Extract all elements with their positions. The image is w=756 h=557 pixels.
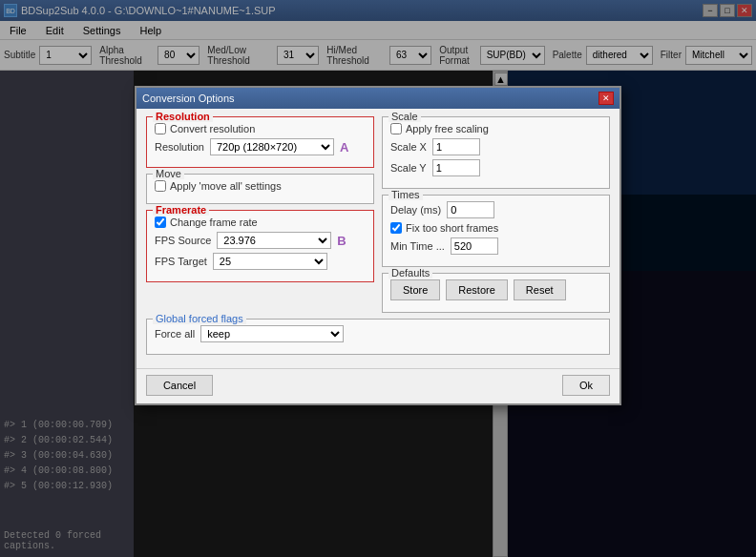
fix-frames-label: Fix too short frames — [406, 222, 498, 234]
scale-y-input[interactable] — [432, 159, 480, 176]
dialog-body: Resolution Convert resolution Resolution… — [136, 109, 620, 368]
resolution-section: Resolution Convert resolution Resolution… — [146, 116, 374, 168]
dialog-close-button[interactable]: ✕ — [598, 92, 614, 105]
dialog-title: Conversion Options — [142, 93, 235, 104]
free-scale-checkbox[interactable] — [390, 123, 402, 134]
move-section: Move Apply 'move all' settings — [146, 174, 374, 204]
fps-source-row: FPS Source 23.976 B — [155, 232, 366, 249]
global-forced-title: Global forced flags — [153, 313, 246, 324]
change-fps-checkbox[interactable] — [155, 217, 166, 228]
cancel-button[interactable]: Cancel — [146, 375, 213, 396]
ok-button[interactable]: Ok — [562, 375, 610, 396]
dialog-grid: Resolution Convert resolution Resolution… — [146, 116, 610, 319]
conversion-options-dialog: Conversion Options ✕ Resolution Convert … — [135, 86, 621, 405]
fps-source-select[interactable]: 23.976 — [217, 232, 331, 249]
dialog-left-col: Resolution Convert resolution Resolution… — [146, 116, 374, 319]
resolution-row: Resolution 720p (1280×720) A — [155, 138, 366, 155]
scale-x-row: Scale X — [390, 138, 601, 155]
dialog-title-bar: Conversion Options ✕ — [136, 88, 620, 109]
convert-resolution-label: Convert resolution — [170, 123, 255, 134]
dialog-footer: Cancel Ok — [136, 368, 620, 403]
annotation-a: A — [340, 140, 348, 155]
framerate-section-title: Framerate — [153, 204, 209, 216]
fps-target-row: FPS Target 25 — [155, 253, 366, 270]
delay-input[interactable] — [447, 201, 494, 218]
framerate-section: Framerate Change frame rate FPS Source 2… — [146, 210, 374, 282]
apply-move-checkbox[interactable] — [155, 180, 166, 192]
fix-frames-checkbox[interactable] — [390, 222, 402, 234]
min-time-input[interactable] — [451, 237, 498, 255]
convert-resolution-checkbox[interactable] — [155, 123, 166, 134]
scale-y-row: Scale Y — [390, 159, 601, 176]
resolution-section-title: Resolution — [153, 111, 213, 122]
resolution-label: Resolution — [155, 141, 204, 153]
change-fps-label: Change frame rate — [170, 217, 258, 228]
fps-target-label: FPS Target — [155, 256, 207, 267]
fps-source-label: FPS Source — [155, 235, 211, 246]
delay-label: Delay (ms) — [390, 204, 441, 216]
defaults-section-title: Defaults — [388, 267, 432, 278]
apply-move-row: Apply 'move all' settings — [155, 180, 366, 192]
move-section-title: Move — [153, 168, 184, 179]
force-all-label: Force all — [155, 328, 195, 340]
restore-button[interactable]: Restore — [446, 279, 508, 300]
free-scale-row: Apply free scaling — [390, 123, 601, 134]
delay-row: Delay (ms) — [390, 201, 601, 218]
global-forced-section: Global forced flags Force all keep yes n… — [146, 319, 610, 355]
change-fps-row: Change frame rate — [155, 217, 366, 228]
times-section: Times Delay (ms) Fix too short frames Mi… — [382, 195, 610, 267]
defaults-section: Defaults Store Restore Reset — [382, 273, 610, 313]
min-time-row: Min Time ... — [390, 237, 601, 255]
modal-overlay: Conversion Options ✕ Resolution Convert … — [0, 0, 756, 557]
reset-button[interactable]: Reset — [514, 279, 566, 300]
force-all-row: Force all keep yes no — [155, 325, 601, 342]
convert-resolution-row: Convert resolution — [155, 123, 366, 134]
scale-y-label: Scale Y — [390, 162, 427, 174]
main-window: BD BDSup2Sub 4.0.0 - G:\DOWNLO~1#NANUME~… — [0, 0, 756, 557]
scale-section-title: Scale — [388, 111, 421, 122]
force-all-select[interactable]: keep yes no — [200, 325, 344, 342]
fps-target-select[interactable]: 25 — [213, 253, 327, 270]
resolution-select[interactable]: 720p (1280×720) — [210, 138, 334, 155]
fix-frames-row: Fix too short frames — [390, 222, 601, 234]
scale-x-input[interactable] — [432, 138, 480, 155]
store-button[interactable]: Store — [390, 279, 440, 300]
times-section-title: Times — [388, 189, 423, 200]
scale-section: Scale Apply free scaling Scale X Scale Y — [382, 116, 610, 189]
apply-move-label: Apply 'move all' settings — [170, 180, 282, 192]
scale-x-label: Scale X — [390, 141, 427, 153]
annotation-b: B — [337, 234, 346, 248]
dialog-right-col: Scale Apply free scaling Scale X Scale Y — [382, 116, 610, 319]
free-scale-label: Apply free scaling — [406, 123, 489, 134]
min-time-label: Min Time ... — [390, 240, 445, 252]
defaults-buttons-row: Store Restore Reset — [390, 279, 601, 300]
